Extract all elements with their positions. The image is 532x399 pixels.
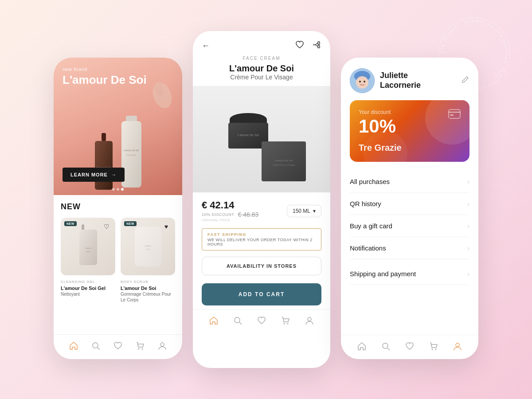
menu-item-qr-history[interactable]: QR history › bbox=[350, 193, 469, 215]
menu-label-all-purchases: All purchases bbox=[350, 178, 390, 185]
svg-point-17 bbox=[93, 343, 98, 348]
menu-label-gift-card: Buy a gift card bbox=[350, 222, 392, 230]
svg-rect-1 bbox=[95, 141, 113, 190]
learn-more-button[interactable]: LEARN MORE → bbox=[63, 168, 125, 182]
svg-text:L'amour De Soi: L'amour De Soi bbox=[123, 149, 138, 152]
fast-shipping-badge: FAST SHIPPING bbox=[207, 232, 316, 237]
discount-percent: 10% bbox=[359, 117, 461, 136]
back-button[interactable]: ← bbox=[202, 41, 210, 51]
price-original: € 46.83 bbox=[238, 211, 259, 218]
discount-label: 10% DISCOUNT bbox=[202, 212, 235, 217]
profile-menu: All purchases › QR history › Buy a gift … bbox=[341, 171, 478, 335]
dot-2 bbox=[117, 188, 119, 191]
product-detail-subname: Crème Pour Le Visage bbox=[202, 74, 321, 81]
phone-home: new brand L'amour De Soi L'amour De Soi bbox=[54, 58, 182, 359]
hero-products: L'amour De Soi L'amour De Soi Face Cream bbox=[54, 106, 182, 195]
watermark: Tre Grazie · cosmetics and perfume shop … bbox=[434, 13, 514, 93]
product-image-1: NEW ♡ L'amour De Soi bbox=[61, 218, 115, 275]
product-bottom-nav bbox=[193, 309, 330, 333]
add-to-cart-button[interactable]: ADD TO CART bbox=[202, 283, 321, 305]
svg-text:L'amour: L'amour bbox=[85, 247, 91, 249]
svg-point-51 bbox=[446, 24, 503, 82]
share-icon[interactable] bbox=[312, 40, 321, 51]
svg-line-46 bbox=[387, 348, 390, 350]
svg-point-34 bbox=[287, 323, 289, 325]
svg-line-18 bbox=[98, 348, 100, 350]
svg-point-45 bbox=[383, 343, 388, 348]
svg-text:Crème Pour Le Visage: Crème Pour Le Visage bbox=[273, 164, 295, 166]
price-stack: € 42.14 10% DISCOUNT € 46.83 ORIGINAL PR… bbox=[202, 200, 258, 222]
svg-text:L'amour De Soi: L'amour De Soi bbox=[274, 159, 293, 162]
menu-item-notifications[interactable]: Notifications › bbox=[350, 237, 469, 259]
svg-point-40 bbox=[359, 81, 361, 82]
svg-point-21 bbox=[160, 343, 164, 346]
svg-point-41 bbox=[364, 81, 365, 82]
fast-shipping-banner: FAST SHIPPING WE WILL DELIVER YOUR ORDER… bbox=[202, 228, 321, 250]
nav-cart-2[interactable] bbox=[281, 316, 290, 327]
svg-line-32 bbox=[239, 322, 242, 325]
nav-cart-3[interactable] bbox=[429, 341, 438, 353]
product-subname-2: Gommage Crémeux Pour Le Corps bbox=[121, 291, 175, 303]
dot-1 bbox=[112, 188, 115, 191]
nav-wishlist[interactable] bbox=[113, 341, 123, 353]
menu-item-shipping[interactable]: Shipping and payment › bbox=[350, 263, 469, 285]
dot-3 bbox=[121, 188, 124, 191]
nav-wishlist-3[interactable] bbox=[405, 341, 415, 353]
menu-item-all-purchases[interactable]: All purchases › bbox=[350, 171, 469, 193]
size-selector[interactable]: 150 ML ▾ bbox=[287, 205, 321, 217]
svg-text:L'amour De Soi: L'amour De Soi bbox=[238, 133, 259, 137]
menu-item-gift-card[interactable]: Buy a gift card › bbox=[350, 215, 469, 237]
discount-card: Your discount 10% Tre Grazie bbox=[350, 100, 469, 162]
header-action-icons bbox=[295, 40, 321, 51]
menu-label-notifications: Notifications bbox=[350, 244, 386, 252]
nav-search-2[interactable] bbox=[233, 316, 243, 327]
wishlist-btn-2[interactable]: ♥ bbox=[161, 221, 172, 232]
fast-shipping-text: WE WILL DELIVER YOUR ORDER TODAY WITHIN … bbox=[207, 238, 316, 246]
nav-home[interactable] bbox=[69, 341, 78, 353]
nav-profile[interactable] bbox=[157, 341, 167, 353]
profile-bottom-nav bbox=[341, 335, 478, 359]
svg-rect-23 bbox=[318, 45, 320, 48]
product-card-2[interactable]: NEW ♥ L'amour De Soi BOD bbox=[121, 218, 175, 303]
chevron-icon-1: › bbox=[467, 178, 469, 185]
discount-brand: Tre Grazie bbox=[359, 143, 461, 153]
wishlist-icon[interactable] bbox=[295, 40, 305, 51]
product-subname-1: Nettoyant bbox=[61, 291, 115, 297]
nav-search-3[interactable] bbox=[381, 341, 391, 353]
hero-tube: L'amour De Soi Face Cream bbox=[119, 116, 144, 195]
add-to-cart-label: ADD TO CART bbox=[239, 291, 285, 297]
carousel-dots bbox=[112, 188, 124, 191]
nav-home-2[interactable] bbox=[209, 316, 219, 327]
product-card-1[interactable]: NEW ♡ L'amour De Soi bbox=[61, 218, 115, 303]
nav-profile-3[interactable] bbox=[453, 341, 462, 353]
svg-text:Tre Grazie · cosmetics and per: Tre Grazie · cosmetics and perfume shop … bbox=[440, 19, 509, 83]
svg-point-47 bbox=[432, 349, 433, 350]
nav-home-3[interactable] bbox=[357, 341, 367, 353]
svg-point-31 bbox=[235, 317, 240, 323]
nav-cart[interactable] bbox=[135, 341, 145, 353]
product-detail-title-section: FACE CREAM L'amour De Soi Crème Pour Le … bbox=[193, 56, 330, 86]
discount-label-card: Your discount bbox=[359, 109, 461, 115]
svg-rect-0 bbox=[102, 133, 106, 141]
svg-text:Face Cream: Face Cream bbox=[126, 154, 136, 156]
availability-button[interactable]: AVAILABILITY IN STORES bbox=[202, 257, 321, 275]
wishlist-btn-1[interactable]: ♡ bbox=[101, 221, 112, 232]
phone-product-detail: ← FACE CREAM L'amour De Soi Crème Pour L… bbox=[193, 31, 330, 368]
products-grid: NEW ♡ L'amour De Soi bbox=[61, 218, 175, 303]
svg-rect-22 bbox=[318, 42, 320, 44]
bottom-nav bbox=[54, 334, 182, 359]
new-badge-2: NEW bbox=[124, 221, 137, 226]
nav-wishlist-2[interactable] bbox=[257, 316, 266, 327]
phone-body: NEW NEW ♡ L'amour De Soi bbox=[54, 195, 182, 334]
chevron-icon-4: › bbox=[467, 245, 469, 252]
product-name-2: L'amour De Soi bbox=[121, 285, 175, 291]
svg-point-20 bbox=[142, 348, 143, 350]
nav-profile-2[interactable] bbox=[305, 316, 314, 327]
nav-search[interactable] bbox=[91, 341, 101, 353]
svg-text:L'amour: L'amour bbox=[145, 245, 151, 247]
menu-label-shipping: Shipping and payment bbox=[350, 270, 416, 278]
svg-point-33 bbox=[284, 323, 285, 325]
product-name-1: L'amour De Soi Gel bbox=[61, 285, 115, 291]
svg-point-35 bbox=[308, 317, 311, 321]
product-detail-name: L'amour De Soi bbox=[202, 63, 321, 74]
